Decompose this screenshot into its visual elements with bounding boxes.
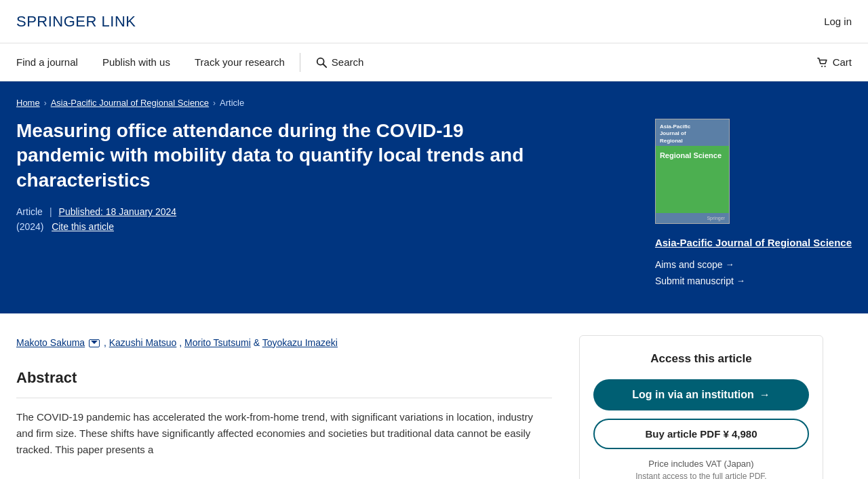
- authors-list: Makoto Sakuma , Kazushi Matsuo , Morito …: [16, 335, 552, 350]
- abstract-divider: [16, 398, 552, 398]
- institution-arrow: →: [760, 389, 770, 401]
- nav-items: Find a journal Publish with us Track you…: [16, 43, 816, 81]
- hero-content: Measuring office attendance during the C…: [16, 119, 852, 292]
- article-body: Makoto Sakuma , Kazushi Matsuo , Morito …: [0, 335, 868, 480]
- hero-left: Measuring office attendance during the C…: [16, 119, 545, 232]
- site-logo[interactable]: SPRINGER LINK: [16, 13, 136, 31]
- journal-name-link[interactable]: Asia-Pacific Journal of Regional Science: [655, 236, 852, 250]
- author-amp: &: [254, 337, 262, 348]
- submit-arrow: →: [736, 275, 745, 286]
- cover-top-text: Asia-PacificJournal ofRegional: [656, 119, 729, 146]
- cart-button[interactable]: Cart: [816, 56, 852, 69]
- svg-point-3: [824, 65, 825, 66]
- author-sep-1: ,: [104, 337, 109, 348]
- breadcrumb-journal[interactable]: Asia-Pacific Journal of Regional Science: [51, 98, 209, 108]
- breadcrumb: Home › Asia-Pacific Journal of Regional …: [16, 98, 852, 108]
- author-1[interactable]: Makoto Sakuma: [16, 337, 85, 348]
- search-icon: [315, 56, 328, 69]
- svg-line-1: [323, 64, 326, 67]
- breadcrumb-current: Article: [220, 98, 244, 108]
- header: SPRINGER LINK Log in: [0, 0, 868, 43]
- aims-scope-label: Aims and scope: [655, 259, 723, 270]
- cover-inner: Asia-PacificJournal ofRegional Regional …: [656, 119, 729, 223]
- email-icon[interactable]: [89, 339, 100, 347]
- author-2[interactable]: Kazushi Matsuo: [109, 337, 177, 348]
- instant-access-note: Instant access to the full article PDF.: [593, 472, 809, 480]
- aims-arrow: →: [726, 259, 734, 269]
- nav-right: Cart: [816, 56, 852, 69]
- logo-bold: SPRINGER: [16, 13, 97, 30]
- nav-track[interactable]: Track your research: [182, 43, 297, 81]
- published-date[interactable]: Published: 18 January 2024: [59, 206, 177, 217]
- article-year-row: (2024) Cite this article: [16, 221, 545, 232]
- breadcrumb-sep-1: ›: [44, 98, 47, 108]
- vat-note: Price includes VAT (Japan): [593, 459, 809, 469]
- breadcrumb-sep-2: ›: [213, 98, 216, 108]
- cover-publisher: Springer: [656, 213, 729, 223]
- article-type: Article: [16, 206, 43, 217]
- access-box: Access this article Log in via an instit…: [579, 335, 823, 480]
- access-title: Access this article: [593, 352, 809, 366]
- aims-scope-link[interactable]: Aims and scope →: [655, 259, 734, 270]
- nav-search[interactable]: Search: [303, 56, 376, 69]
- logo-light: LINK: [97, 13, 136, 30]
- search-label: Search: [332, 56, 364, 68]
- author-3[interactable]: Morito Tsutsumi: [184, 337, 251, 348]
- article-year: (2024): [16, 221, 43, 232]
- cover-green-band: Regional Science: [656, 146, 729, 213]
- login-button[interactable]: Log in: [824, 16, 852, 27]
- article-left: Makoto Sakuma , Kazushi Matsuo , Morito …: [16, 335, 552, 458]
- submit-label: Submit manuscript: [655, 275, 734, 286]
- institution-btn-label: Log in via an institution: [632, 389, 754, 401]
- login-institution-button[interactable]: Log in via an institution →: [593, 379, 809, 410]
- svg-point-2: [821, 65, 823, 66]
- submit-manuscript-link[interactable]: Submit manuscript →: [655, 275, 745, 286]
- breadcrumb-home[interactable]: Home: [16, 98, 40, 108]
- meta-separator: |: [50, 206, 52, 217]
- abstract-text: The COVID-19 pandemic has accelerated th…: [16, 409, 552, 458]
- main-nav: Find a journal Publish with us Track you…: [0, 43, 868, 81]
- cart-label: Cart: [833, 56, 852, 68]
- pdf-btn-label: Buy article PDF ¥ 4,980: [645, 428, 757, 440]
- hero-right: Asia-PacificJournal ofRegional Regional …: [655, 119, 852, 292]
- author-4[interactable]: Toyokazu Imazeki: [262, 337, 338, 348]
- nav-publish[interactable]: Publish with us: [90, 43, 182, 81]
- author-sep-2: ,: [179, 337, 184, 348]
- cart-icon: [816, 56, 829, 69]
- nav-divider: [300, 53, 300, 72]
- buy-pdf-button[interactable]: Buy article PDF ¥ 4,980: [593, 419, 809, 449]
- nav-find-journal[interactable]: Find a journal: [16, 43, 90, 81]
- article-meta: Article | Published: 18 January 2024: [16, 206, 545, 217]
- cite-article-link[interactable]: Cite this article: [52, 221, 114, 232]
- article-title: Measuring office attendance during the C…: [16, 119, 545, 193]
- hero-section: Home › Asia-Pacific Journal of Regional …: [0, 81, 868, 313]
- journal-cover: Asia-PacificJournal ofRegional Regional …: [655, 119, 730, 224]
- abstract-title: Abstract: [16, 369, 552, 387]
- header-right: Log in: [824, 16, 852, 27]
